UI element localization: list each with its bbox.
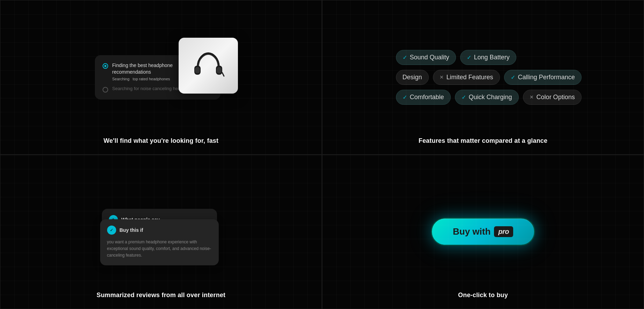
tag-quick-charging[interactable]: ✓ Quick Charging (455, 90, 519, 105)
tag-design[interactable]: Design (396, 70, 429, 85)
tag-sound-label: Sound Quality (410, 54, 449, 61)
tag-charging-label: Quick Charging (469, 94, 512, 101)
check-icon-sound: ✓ (403, 54, 407, 61)
tag-color-label: Color Options (537, 94, 575, 101)
check-icon-calling: ✓ (511, 74, 515, 81)
review-card-front: ✓ Buy this if you want a premium headpho… (100, 219, 219, 265)
features-row-3: ✓ Comfortable ✓ Quick Charging ✕ Color O… (396, 90, 570, 105)
checkmark-icon: ✓ (110, 228, 113, 233)
search-container: Finding the best headphone recommendatio… (95, 55, 227, 100)
tag-battery-label: Long Battery (474, 54, 510, 61)
tag-long-battery[interactable]: ✓ Long Battery (460, 50, 516, 65)
searching-label: Searching (112, 77, 130, 81)
main-grid: Finding the best headphone recommendatio… (0, 0, 644, 309)
tag-calling[interactable]: ✓ Calling Performance (504, 70, 582, 85)
svg-line-4 (222, 73, 224, 76)
radio-inactive-icon (103, 87, 108, 93)
reviews-panel-caption: Summarized reviews from all over interne… (0, 292, 322, 299)
check-icon-comfortable: ✓ (403, 94, 407, 101)
tag-comfortable-label: Comfortable (410, 94, 444, 101)
features-panel: ✓ Sound Quality ✓ Long Battery Design ✕ … (322, 0, 644, 155)
front-card-title: Buy this if (120, 227, 143, 233)
buy-pre-text: Buy with (453, 226, 491, 237)
tag-sound-quality[interactable]: ✓ Sound Quality (396, 50, 456, 65)
features-panel-caption: Features that matter compared at a glanc… (322, 137, 644, 145)
features-row-1: ✓ Sound Quality ✓ Long Battery (396, 50, 570, 65)
headphone-image (179, 38, 238, 94)
front-card-icon: ✓ (107, 226, 116, 235)
tag-color-options[interactable]: ✕ Color Options (523, 90, 582, 105)
tag-comfortable[interactable]: ✓ Comfortable (396, 90, 451, 105)
svg-rect-3 (217, 67, 222, 73)
radio-active-icon (103, 63, 108, 69)
front-card-body: you want a premium headphone experience … (107, 239, 212, 259)
check-icon-battery: ✓ (467, 54, 471, 61)
search-panel: Finding the best headphone recommendatio… (0, 0, 322, 155)
svg-rect-2 (195, 67, 200, 73)
tag-design-label: Design (403, 74, 422, 81)
buy-with-pro-button[interactable]: Buy with pro (431, 218, 535, 246)
headphone-svg (191, 48, 226, 83)
features-content: ✓ Sound Quality ✓ Long Battery Design ✕ … (396, 50, 570, 105)
front-card-header: ✓ Buy this if (107, 226, 212, 235)
buy-panel: Buy with pro One-click to buy (322, 155, 644, 309)
tag-calling-label: Calling Performance (518, 74, 575, 81)
check-icon-charging: ✓ (462, 94, 466, 101)
features-row-2: Design ✕ Limited Features ✓ Calling Perf… (396, 70, 570, 85)
x-icon-color: ✕ (530, 94, 534, 100)
pro-badge: pro (494, 226, 513, 237)
tag-limited-label: Limited Features (447, 74, 493, 81)
x-icon-limited: ✕ (440, 74, 444, 80)
search-query: top rated headphones (133, 77, 170, 81)
buy-panel-caption: One-click to buy (322, 292, 644, 299)
reviews-panel: ★ What people say exceptional sound qual… (0, 155, 322, 309)
reviews-container: ★ What people say exceptional sound qual… (102, 209, 220, 255)
search-panel-caption: We'll find what you're looking for, fast (0, 137, 322, 145)
tag-limited-features[interactable]: ✕ Limited Features (433, 70, 500, 85)
